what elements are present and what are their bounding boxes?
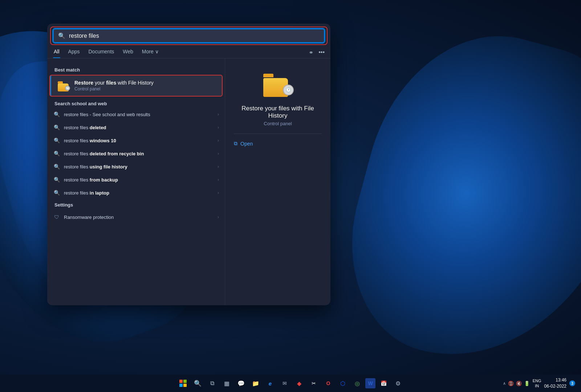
- taskbar-chrome-icon[interactable]: ◎: [351, 377, 364, 390]
- best-match-info: Restore your files with File History Con…: [74, 80, 216, 91]
- suggestion-text-7: restore files in laptop: [64, 190, 214, 196]
- suggestion-text-1: restore files - See school and web resul…: [64, 112, 214, 117]
- tab-web[interactable]: Web: [122, 46, 134, 58]
- tab-all[interactable]: All: [53, 46, 60, 58]
- suggestion-item-4[interactable]: 🔍 restore files deleted from recycle bin…: [47, 147, 225, 160]
- suggestion-text-5: restore files using file history: [64, 164, 214, 170]
- taskbar-chat-icon[interactable]: 💬: [235, 377, 248, 390]
- windows-logo: [179, 380, 187, 387]
- taskbar-fileexplorer-icon[interactable]: 📁: [249, 377, 262, 390]
- taskbar-widgets-icon[interactable]: ▦: [220, 377, 233, 390]
- suggestion-search-icon-7: 🔍: [53, 190, 60, 196]
- taskbar-language: ENG IN: [533, 378, 541, 389]
- best-match-item[interactable]: 🕐 Restore your files with File History C…: [50, 75, 222, 96]
- more-options-icon[interactable]: •••: [318, 49, 325, 56]
- right-panel: 🕐 Restore your files with File History C…: [225, 58, 330, 305]
- taskbar-edge-icon[interactable]: e: [264, 377, 277, 390]
- left-panel: Best match 🕐 Rest: [47, 58, 225, 305]
- settings-item-ransomware[interactable]: 🛡 Ransomware protection ›: [47, 210, 225, 224]
- suggestion-arrow-4: ›: [218, 151, 219, 156]
- search-icon: 🔍: [58, 32, 65, 39]
- ransomware-label: Ransomware protection: [64, 215, 214, 220]
- tab-more[interactable]: More ∨: [141, 46, 159, 58]
- shield-icon: 🛡: [53, 213, 60, 221]
- suggestion-item[interactable]: 🔍 restore files - See school and web res…: [47, 108, 225, 121]
- panel-body: Best match 🕐 Rest: [47, 58, 330, 305]
- volume-icon[interactable]: 🔇: [516, 381, 522, 386]
- suggestion-item-2[interactable]: 🔍 restore files deleted ›: [47, 121, 225, 134]
- suggestion-text-2: restore files deleted: [64, 125, 214, 130]
- lang-line1: ENG: [533, 378, 541, 383]
- suggestion-text-4: restore files deleted from recycle bin: [64, 151, 214, 156]
- settings-section-label: Settings: [47, 199, 225, 210]
- right-panel-icon: 🕐: [263, 69, 292, 98]
- filter-tabs: All Apps Documents Web More ∨ ⚭ •••: [47, 43, 330, 58]
- taskbar-taskview-icon[interactable]: ⧉: [206, 377, 219, 390]
- chevron-up-icon[interactable]: ∧: [503, 381, 506, 386]
- clock-badge: 🕐: [65, 86, 70, 91]
- open-external-icon: ⧉: [234, 140, 237, 147]
- suggestion-search-icon-5: 🔍: [53, 164, 60, 170]
- suggestion-arrow-3: ›: [218, 138, 219, 143]
- suggestion-arrow-5: ›: [218, 164, 219, 169]
- suggestion-arrow-1: ›: [218, 112, 219, 117]
- suggestion-item-6[interactable]: 🔍 restore files from backup ›: [47, 173, 225, 186]
- right-panel-subtitle: Control panel: [264, 121, 292, 126]
- ransomware-arrow: ›: [218, 215, 219, 220]
- suggestion-search-icon-4: 🔍: [53, 151, 60, 156]
- search-input[interactable]: restore files: [69, 33, 320, 39]
- taskbar-center: 🔍 ⧉ ▦ 💬 📁 e ✉ ◆ ✂ O ⬡ ◎ W: [176, 377, 405, 390]
- open-button[interactable]: ⧉ Open: [234, 140, 253, 147]
- right-clock-icon: 🕐: [283, 85, 294, 95]
- taskbar-office-icon[interactable]: O: [322, 377, 335, 390]
- suggestion-item-5[interactable]: 🔍 restore files using file history ›: [47, 160, 225, 173]
- best-match-title: Restore your files with File History: [74, 80, 216, 86]
- suggestion-search-icon-3: 🔍: [53, 138, 60, 143]
- suggestion-text-6: restore files from backup: [64, 177, 214, 183]
- right-panel-title: Restore your files with File History: [234, 105, 322, 119]
- clock-time: 13:46: [544, 377, 566, 383]
- best-match-subtitle: Control panel: [74, 86, 216, 91]
- suggestion-search-icon-6: 🔍: [53, 177, 60, 183]
- start-button[interactable]: [176, 377, 190, 390]
- network-icon[interactable]: 📵: [508, 381, 514, 386]
- desktop: 🔍 restore files All Apps Documents Web M…: [0, 0, 581, 392]
- tab-apps[interactable]: Apps: [68, 46, 81, 58]
- battery-icon[interactable]: 🔋: [524, 381, 530, 386]
- notification-badge[interactable]: 3: [569, 380, 575, 386]
- suggestion-search-icon-2: 🔍: [53, 124, 60, 130]
- filter-tabs-right: ⚭ •••: [309, 49, 325, 56]
- suggestion-item-7[interactable]: 🔍 restore files in laptop ›: [47, 186, 225, 199]
- taskbar-calendar-icon[interactable]: 📅: [377, 377, 390, 390]
- suggestion-arrow-2: ›: [218, 125, 219, 130]
- taskbar-word-icon[interactable]: W: [365, 378, 375, 388]
- suggestion-search-icon-1: 🔍: [53, 111, 60, 117]
- open-label: Open: [240, 141, 253, 147]
- suggestion-arrow-7: ›: [218, 190, 219, 195]
- best-match-icon: 🕐: [57, 79, 70, 92]
- taskbar-snip-icon[interactable]: ✂: [307, 377, 320, 390]
- sys-tray: ∧ 📵 🔇 🔋: [503, 381, 530, 386]
- taskbar: 🔍 ⧉ ▦ 💬 📁 e ✉ ◆ ✂ O ⬡ ◎ W: [0, 375, 581, 392]
- taskbar-diamond-icon[interactable]: ◆: [293, 377, 306, 390]
- best-match-label: Best match: [47, 64, 225, 75]
- search-box[interactable]: 🔍 restore files: [53, 29, 325, 43]
- bg-wing-right: [325, 9, 581, 391]
- taskbar-settings-icon[interactable]: ⚙: [391, 377, 405, 390]
- taskbar-dropbox-icon[interactable]: ⬡: [336, 377, 349, 390]
- profile-icon[interactable]: ⚭: [309, 49, 313, 56]
- suggestion-text-3: restore files windows 10: [64, 138, 214, 143]
- right-panel-divider: [234, 134, 322, 134]
- search-panel: 🔍 restore files All Apps Documents Web M…: [47, 24, 330, 305]
- suggestion-item-3[interactable]: 🔍 restore files windows 10 ›: [47, 134, 225, 147]
- taskbar-mail-icon[interactable]: ✉: [278, 377, 291, 390]
- lang-line2: IN: [533, 383, 541, 388]
- taskbar-search-icon[interactable]: 🔍: [191, 377, 204, 390]
- tab-documents[interactable]: Documents: [88, 46, 115, 58]
- search-school-web-label: Search school and web: [47, 97, 225, 108]
- clock-date: 06-02-2022: [544, 383, 566, 389]
- taskbar-time[interactable]: 13:46 06-02-2022: [544, 377, 566, 389]
- suggestion-arrow-6: ›: [218, 177, 219, 182]
- taskbar-right: ∧ 📵 🔇 🔋 ENG IN 13:46 06-02-2022 3: [503, 377, 575, 389]
